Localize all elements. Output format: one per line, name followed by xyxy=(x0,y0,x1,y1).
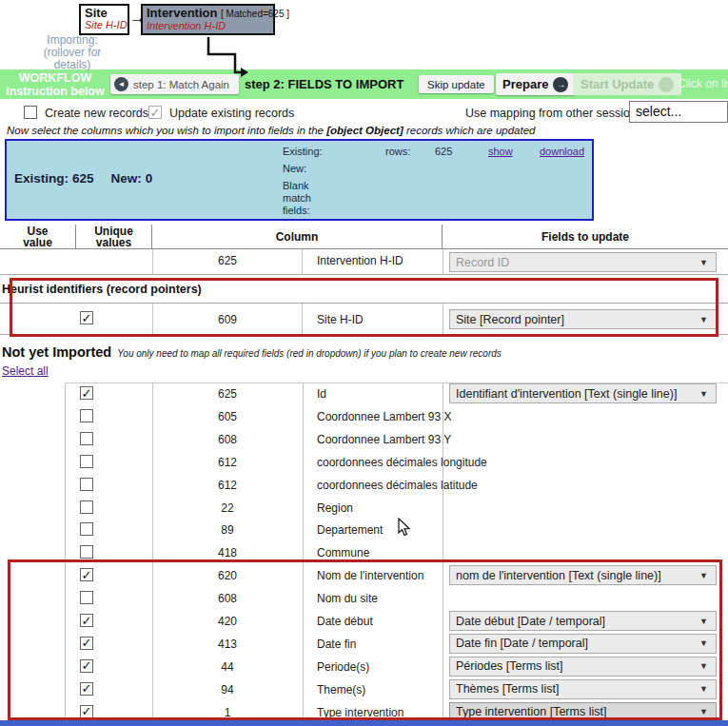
import-row: ✓625IdIdentifiant d'intervention [Text (… xyxy=(0,383,728,405)
row-field-dropdown[interactable]: Identifiant d'intervention [Text (single… xyxy=(449,383,717,403)
step1-match-again-button[interactable]: ◄ step 1: Match Again xyxy=(110,74,239,94)
import-wizard-page: Importing: (rollover for details) Site S… xyxy=(0,0,728,726)
row-field-selected-value: Date fin [Date / temporal] xyxy=(456,637,588,650)
row-field-selected-value: nom de l'intervention [Text (single line… xyxy=(456,569,661,582)
row-use-checkbox[interactable]: ✓ xyxy=(80,705,93,718)
row-column-name: Periode(s) xyxy=(317,660,369,674)
row-unique-count: 418 xyxy=(152,546,303,559)
workflow-label: WORKFLOW instruction below xyxy=(2,71,108,98)
row-use-checkbox[interactable]: ✓ xyxy=(80,568,93,581)
row-field-dropdown[interactable]: Type intervention [Terms list]▼ xyxy=(449,702,717,722)
row-column-name: Departement xyxy=(317,523,383,537)
row-field-dropdown[interactable]: nom de l'intervention [Text (single line… xyxy=(449,565,717,585)
matched-id-row: 625 Intervention H-ID Record ID▼ xyxy=(0,249,728,275)
chevron-down-icon: ▼ xyxy=(699,638,708,648)
row-use-checkbox[interactable] xyxy=(80,545,93,559)
skip-update-button[interactable]: Skip update xyxy=(419,75,494,93)
chevron-down-icon: ▼ xyxy=(699,617,708,626)
row-unique-count: 22 xyxy=(152,501,303,515)
row-field-selected-value: Date début [Date / temporal] xyxy=(456,615,605,628)
row-column-name: Theme(s) xyxy=(317,683,365,697)
row-column-name: Type intervention xyxy=(317,706,403,719)
row-use-checkbox[interactable] xyxy=(80,591,93,604)
chevron-down-icon: ▼ xyxy=(699,258,708,267)
row-use-checkbox[interactable] xyxy=(80,432,93,445)
row-use-checkbox[interactable] xyxy=(80,500,93,514)
row-use-checkbox[interactable] xyxy=(80,409,93,422)
update-existing-records-checkbox[interactable]: ✓ xyxy=(148,106,162,119)
select-all-link[interactable]: Select all xyxy=(2,364,49,378)
row-column-name: Date début xyxy=(317,615,373,628)
row-column-name: Nom de l'intervention xyxy=(317,569,423,582)
row-field-selected-value: Identifiant d'intervention [Text (single… xyxy=(456,387,677,401)
back-arrow-icon: ◄ xyxy=(114,77,128,91)
intervention-entity-title: Intervention [ Matched=625 ] xyxy=(147,7,273,20)
intervention-entity-box[interactable]: Intervention [ Matched=625 ] Interventio… xyxy=(141,4,275,35)
row-unique-count: 625 xyxy=(152,387,303,401)
importing-note-line: details) xyxy=(29,59,116,71)
row-use-checkbox[interactable] xyxy=(80,455,93,468)
chevron-down-icon: ▼ xyxy=(699,661,708,671)
new-count: 0 xyxy=(146,171,153,186)
chevron-down-icon: ▼ xyxy=(699,389,708,399)
row-use-checkbox[interactable]: ✓ xyxy=(80,614,93,627)
row-field-dropdown[interactable]: Périodes [Terms list]▼ xyxy=(449,657,717,677)
row-use-checkbox[interactable]: ✓ xyxy=(80,659,93,673)
row-column-name: Region xyxy=(317,501,353,515)
row-unique-count: 605 xyxy=(152,410,303,423)
instruction-text: Now select the columns which you wish to… xyxy=(7,125,535,136)
not-yet-imported-table: ✓625IdIdentifiant d'intervention [Text (… xyxy=(0,383,728,721)
workflow-right-note: Click on lis xyxy=(678,77,728,90)
import-row: ✓44Periode(s)Périodes [Terms list]▼ xyxy=(0,656,728,678)
import-row: ✓620Nom de l'interventionnom de l'interv… xyxy=(0,564,728,587)
site-entity-subtitle: Site H-ID xyxy=(85,19,128,30)
row-unique-count: 609 xyxy=(152,313,303,326)
row-unique-count: 612 xyxy=(152,456,303,469)
row-unique-count: 413 xyxy=(152,638,303,651)
importing-note: Importing: (rollover for details) xyxy=(29,34,116,71)
row-unique-count: 608 xyxy=(152,433,303,446)
mapping-table-header: Use value Unique values Column Fields to… xyxy=(0,225,728,249)
prepare-button[interactable]: Prepare → xyxy=(496,73,575,95)
chevron-down-icon: ▼ xyxy=(699,571,708,580)
not-yet-imported-note: You only need to map all required fields… xyxy=(117,348,502,359)
row-unique-count: 612 xyxy=(152,479,303,492)
row-unique-count: 44 xyxy=(152,660,303,674)
import-row: 22Region xyxy=(0,497,728,520)
bottom-blue-bar xyxy=(0,720,728,726)
row-field-dropdown[interactable]: Thèmes [Terms list]▼ xyxy=(449,679,717,699)
row-column-name: Site H-ID xyxy=(317,313,364,326)
download-link[interactable]: download xyxy=(540,146,584,158)
summary-existing-row-label: Existing: xyxy=(283,146,323,158)
summary-counts: Existing:625New:0 xyxy=(14,171,156,186)
row-use-checkbox[interactable]: ✓ xyxy=(80,386,93,400)
row-use-checkbox[interactable] xyxy=(80,522,93,536)
site-pointer-dropdown[interactable]: Site [Record pointer]▼ xyxy=(449,309,717,329)
intervention-entity-subtitle: Intervention H-ID xyxy=(147,20,273,31)
site-entity-box[interactable]: Site Site H-ID xyxy=(79,4,129,35)
session-mapping-selected-value: select... xyxy=(636,104,681,119)
create-new-records-label: Create new records xyxy=(45,107,148,120)
row-field-selected-value: Type intervention [Terms list] xyxy=(456,705,606,718)
header-unique-values: Unique values xyxy=(90,226,138,248)
row-use-checkbox[interactable]: ✓ xyxy=(80,311,93,324)
row-unique-count: 89 xyxy=(152,523,303,537)
import-row: 608Nom du site xyxy=(0,587,728,610)
show-link[interactable]: show xyxy=(488,146,513,158)
import-summary-panel: Existing:625New:0 Existing: New: Blank m… xyxy=(5,139,594,221)
row-use-checkbox[interactable] xyxy=(80,478,93,491)
row-field-selected-value: Thèmes [Terms list] xyxy=(456,682,559,696)
row-use-checkbox[interactable]: ✓ xyxy=(80,682,93,696)
create-new-records-checkbox[interactable] xyxy=(24,106,37,119)
start-update-button-disabled[interactable]: Start Update → xyxy=(573,73,681,95)
row-column-name: Date fin xyxy=(317,638,356,651)
row-unique-count: 420 xyxy=(152,615,303,628)
rows-count: 625 xyxy=(435,146,452,158)
update-existing-records-label: Update existing records xyxy=(169,107,294,120)
row-column-name: Nom du site xyxy=(317,592,378,605)
row-field-dropdown[interactable]: Date début [Date / temporal]▼ xyxy=(449,611,717,631)
row-use-checkbox[interactable]: ✓ xyxy=(80,637,93,650)
session-mapping-select[interactable]: select... xyxy=(629,101,728,123)
row-field-dropdown[interactable]: Date fin [Date / temporal]▼ xyxy=(449,634,717,654)
record-id-dropdown[interactable]: Record ID▼ xyxy=(449,252,717,272)
